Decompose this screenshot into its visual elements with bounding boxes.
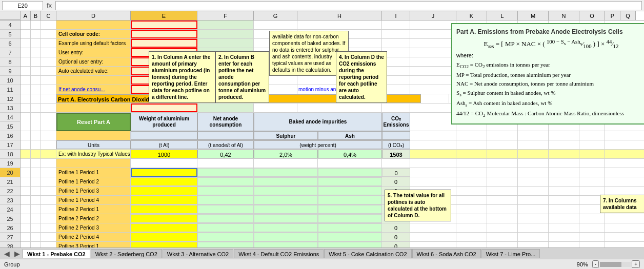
reset-button-cell[interactable]: Reset Part A bbox=[56, 113, 131, 131]
example-val-B[interactable]: 0,42 bbox=[197, 150, 254, 158]
cell-F13[interactable] bbox=[197, 104, 254, 112]
cell-C6[interactable] bbox=[41, 39, 56, 48]
row-26[interactable]: 26 bbox=[0, 223, 20, 233]
cell-M15[interactable] bbox=[518, 131, 549, 140]
cell-L15[interactable] bbox=[487, 131, 518, 140]
cell-D13[interactable] bbox=[56, 104, 131, 112]
cell-D4[interactable] bbox=[56, 20, 131, 29]
cell-C10[interactable] bbox=[41, 76, 56, 85]
row-18[interactable]: 18 bbox=[0, 150, 20, 159]
cell-J9[interactable] bbox=[410, 67, 456, 75]
cell-C15[interactable] bbox=[41, 131, 56, 140]
col-header-G[interactable]: G bbox=[254, 11, 297, 20]
cell-B15[interactable] bbox=[31, 131, 41, 140]
cell-B7[interactable] bbox=[31, 48, 41, 57]
cell-C7[interactable] bbox=[41, 48, 56, 57]
row-21[interactable]: 21 bbox=[0, 177, 20, 187]
cell-A12[interactable] bbox=[21, 94, 31, 103]
zoom-slider[interactable] bbox=[600, 262, 631, 267]
cell-C14[interactable] bbox=[41, 113, 56, 131]
cell-M17[interactable] bbox=[518, 140, 549, 149]
cell-E5[interactable] bbox=[131, 30, 197, 38]
cell-O15[interactable] bbox=[579, 131, 605, 140]
row-13[interactable]: 13 bbox=[0, 104, 20, 113]
col-header-I[interactable]: I bbox=[382, 11, 410, 20]
cell-B6[interactable] bbox=[31, 39, 41, 48]
cell-D11-link[interactable]: If net anode consu... bbox=[56, 85, 131, 94]
cell-O20[interactable] bbox=[579, 168, 605, 177]
cell-C11[interactable] bbox=[41, 85, 56, 94]
cell-B10[interactable] bbox=[31, 76, 41, 85]
cell-A9[interactable] bbox=[21, 67, 31, 75]
cell-J20[interactable] bbox=[410, 168, 456, 177]
cell-A18[interactable] bbox=[21, 150, 31, 158]
cell-N17[interactable] bbox=[549, 140, 579, 149]
row-16[interactable]: 16 bbox=[0, 131, 20, 140]
col-header-M[interactable]: M bbox=[518, 11, 549, 20]
example-val-A[interactable]: 1000 bbox=[131, 150, 197, 158]
cell-A7[interactable] bbox=[21, 48, 31, 57]
row-11[interactable]: 11 bbox=[0, 85, 20, 94]
cell-B14[interactable] bbox=[31, 113, 41, 131]
cell-I5[interactable] bbox=[382, 30, 410, 38]
tab-wkst4[interactable]: Wkst 4 - Default CO2 Emissions bbox=[234, 249, 324, 258]
cell-M19[interactable] bbox=[518, 159, 549, 168]
cell-B9[interactable] bbox=[31, 67, 41, 75]
cell-G19[interactable] bbox=[254, 159, 318, 168]
cell-L20[interactable] bbox=[487, 168, 518, 177]
cell-B20[interactable] bbox=[31, 168, 41, 177]
cell-J4[interactable] bbox=[410, 20, 456, 29]
row-10[interactable]: 10 bbox=[0, 76, 20, 85]
example-val-C1[interactable]: 2,0% bbox=[254, 150, 318, 158]
col-header-A[interactable]: A bbox=[21, 11, 31, 20]
col-header-N[interactable]: N bbox=[549, 11, 579, 20]
cell-D5[interactable]: Cell colour code: bbox=[56, 30, 131, 38]
cell-H4[interactable] bbox=[297, 20, 382, 29]
cell-C13[interactable] bbox=[41, 104, 56, 112]
col-header-O[interactable]: O bbox=[579, 11, 605, 20]
cell-A20[interactable] bbox=[21, 168, 31, 177]
cell-B5[interactable] bbox=[31, 30, 41, 38]
row-25[interactable]: 25 bbox=[0, 214, 20, 223]
cell-A19[interactable] bbox=[21, 159, 31, 168]
cell-M20[interactable] bbox=[518, 168, 549, 177]
cell-K18[interactable] bbox=[456, 150, 487, 158]
cell-O18[interactable] bbox=[579, 150, 605, 158]
col-header-F[interactable]: F bbox=[197, 11, 254, 20]
cell-B17[interactable] bbox=[31, 140, 41, 149]
cell-D7[interactable]: User entry: bbox=[56, 48, 131, 57]
row-4[interactable]: 4 bbox=[0, 20, 20, 30]
cell-N18[interactable] bbox=[549, 150, 579, 158]
cell-D15[interactable] bbox=[56, 131, 131, 140]
row-19[interactable]: 19 bbox=[0, 159, 20, 168]
cell-J6[interactable] bbox=[410, 39, 456, 48]
cell-I4[interactable] bbox=[382, 20, 410, 29]
cell-D10[interactable] bbox=[56, 76, 131, 85]
cell-O19[interactable] bbox=[579, 159, 605, 168]
tab-wkst3[interactable]: Wkst 3 - Alternative CO2 bbox=[163, 249, 233, 258]
cell-J19[interactable] bbox=[410, 159, 456, 168]
cell-J8[interactable] bbox=[410, 57, 456, 66]
row-24[interactable]: 24 bbox=[0, 205, 20, 214]
cell-M18[interactable] bbox=[518, 150, 549, 158]
cell-B4[interactable] bbox=[31, 20, 41, 29]
cell-A15[interactable] bbox=[21, 131, 31, 140]
cell-J13[interactable] bbox=[410, 104, 456, 112]
cell-F6[interactable] bbox=[197, 39, 254, 48]
col-header-Q[interactable]: Q bbox=[620, 11, 636, 20]
cell-E4[interactable] bbox=[131, 20, 197, 29]
row-22[interactable]: 22 bbox=[0, 187, 20, 196]
row-27[interactable]: 27 bbox=[0, 233, 20, 242]
cell-F4[interactable] bbox=[197, 20, 254, 29]
cell-A8[interactable] bbox=[21, 57, 31, 66]
cell-C19[interactable] bbox=[41, 159, 56, 168]
cell-C20[interactable] bbox=[41, 168, 56, 177]
tab-wkst2[interactable]: Wkst 2 - Søderberg CO2 bbox=[91, 249, 162, 258]
row-28[interactable]: 28 bbox=[0, 242, 20, 247]
cell-N20[interactable] bbox=[549, 168, 579, 177]
cell-A17[interactable] bbox=[21, 140, 31, 149]
tab-wkst1[interactable]: Wkst 1 - Prebake CO2 bbox=[23, 249, 90, 258]
cell-A14[interactable] bbox=[21, 113, 31, 131]
cell-A5[interactable] bbox=[21, 30, 31, 38]
cell-B13[interactable] bbox=[31, 104, 41, 112]
